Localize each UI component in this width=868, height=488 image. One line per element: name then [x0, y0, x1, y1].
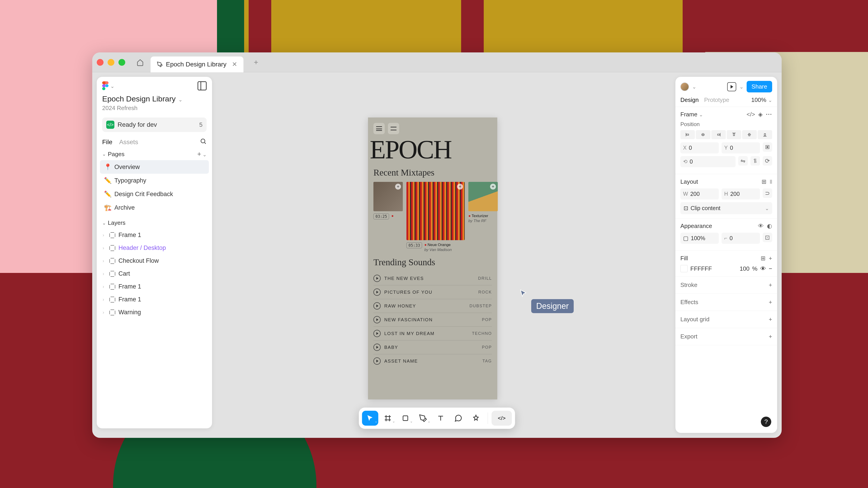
layer-item[interactable]: ›Frame 1 — [98, 280, 210, 293]
add-effect-button[interactable]: + — [769, 299, 772, 306]
align-left-button[interactable] — [680, 130, 695, 139]
tab-file[interactable]: File — [102, 138, 112, 146]
text-tool[interactable] — [433, 411, 449, 426]
move-tool[interactable]: ⌄ — [362, 411, 378, 426]
close-window-button[interactable] — [97, 59, 103, 66]
pen-icon — [157, 61, 163, 67]
add-fill-button[interactable]: + — [769, 255, 772, 262]
visibility-icon[interactable]: 👁 — [758, 223, 764, 230]
flip-v-button[interactable]: ⥮ — [750, 156, 760, 166]
layer-item[interactable]: ›Cart — [98, 267, 210, 280]
add-stroke-button[interactable]: + — [769, 282, 772, 289]
layer-item[interactable]: ›Header / Desktop — [98, 241, 210, 254]
minimize-window-button[interactable] — [107, 59, 114, 66]
frame-tool[interactable]: ⌄ — [380, 411, 396, 426]
clip-icon: ⊡ — [684, 205, 688, 212]
align-top-button[interactable] — [727, 130, 741, 139]
help-button[interactable]: ? — [761, 417, 771, 427]
rotation-input[interactable]: ⟲0 — [680, 156, 736, 167]
align-hcenter-button[interactable] — [696, 130, 710, 139]
add-grid-button[interactable]: + — [769, 316, 772, 323]
component-icon[interactable]: ◈ — [758, 111, 763, 118]
frame-type-dropdown[interactable]: Frame — [680, 111, 703, 118]
blend-icon[interactable]: ◐ — [767, 223, 772, 230]
corner-input[interactable]: ⌐0 — [721, 233, 760, 244]
layout-label: Layout — [680, 178, 698, 185]
abs-position-button[interactable] — [763, 142, 772, 152]
layer-item[interactable]: ›Warning — [98, 306, 210, 319]
add-export-button[interactable]: + — [769, 333, 772, 340]
fill-hex-input[interactable]: FFFFFF — [690, 265, 737, 272]
fill-styles-button[interactable]: ⊞ — [761, 255, 766, 262]
tab-current[interactable]: Epoch Design Library ✕ — [151, 57, 243, 72]
tab-design[interactable]: Design — [680, 96, 699, 103]
home-button[interactable] — [133, 56, 147, 69]
fill-swatch[interactable] — [680, 265, 688, 272]
flip-h-button[interactable]: ⇋ — [738, 156, 748, 166]
page-item[interactable]: 📍Overview — [100, 160, 209, 174]
user-avatar[interactable] — [680, 83, 689, 91]
sound-row: THE NEW EVESDRILL — [373, 271, 492, 285]
maximize-window-button[interactable] — [119, 59, 125, 66]
rotate-button[interactable]: ⟳ — [763, 156, 772, 166]
layer-item[interactable]: ›Frame 1 — [98, 293, 210, 306]
mixtape-art: + — [468, 182, 498, 211]
opacity-input[interactable]: ▢100% — [680, 233, 719, 244]
page-item[interactable]: ✏️Typography — [100, 174, 209, 187]
avatar-dropdown[interactable] — [692, 83, 696, 90]
align-bottom-button[interactable] — [758, 130, 772, 139]
code-icon[interactable]: </> — [747, 111, 755, 118]
toggle-sidebar-button[interactable] — [197, 81, 207, 90]
figma-menu-button[interactable] — [102, 81, 114, 90]
present-button[interactable] — [727, 82, 736, 91]
canvas-frame[interactable]: EPOCH Recent Mixtapes +03:25●+05:33●Neue… — [368, 118, 497, 399]
y-input[interactable]: Y0 — [721, 142, 760, 153]
play-icon — [373, 316, 381, 323]
window-controls — [97, 59, 125, 66]
devmode-toggle[interactable]: </> — [492, 411, 512, 426]
tab-close-button[interactable]: ✕ — [232, 61, 237, 68]
search-button[interactable] — [200, 138, 207, 146]
ready-for-dev-button[interactable]: </> Ready for dev 5 — [102, 118, 207, 132]
remove-fill-button[interactable]: − — [769, 265, 772, 272]
autolayout-h-button[interactable]: ⫴ — [770, 178, 772, 185]
zoom-dropdown[interactable]: 100% — [751, 96, 772, 103]
more-icon[interactable]: ··· — [766, 111, 772, 118]
pages-section-toggle[interactable]: ⌄Pages — [102, 151, 125, 158]
export-label: Export — [680, 333, 698, 340]
add-page-button[interactable]: + — [197, 150, 207, 158]
height-input[interactable]: H200 — [721, 188, 760, 199]
fill-visibility-button[interactable]: 👁 — [760, 265, 766, 272]
add-icon: + — [457, 184, 463, 190]
fill-pct-input[interactable]: 100 — [740, 265, 749, 272]
tab-prototype[interactable]: Prototype — [704, 96, 729, 103]
titlebar: Epoch Design Library ✕ + — [92, 53, 782, 72]
frame-icon — [110, 232, 115, 238]
layer-item[interactable]: ›Checkout Flow — [98, 254, 210, 267]
align-right-button[interactable] — [711, 130, 726, 139]
page-item[interactable]: 🏗️Archive — [100, 201, 209, 215]
tab-add-button[interactable]: + — [252, 58, 260, 67]
constrain-button[interactable]: ⊃ — [763, 188, 772, 198]
x-input[interactable]: X0 — [680, 142, 719, 153]
align-vcenter-button[interactable] — [742, 130, 756, 139]
comment-tool[interactable] — [450, 411, 467, 426]
pen-tool[interactable]: ⌄ — [415, 411, 431, 426]
file-title-dropdown[interactable]: Epoch Design Library — [102, 94, 207, 103]
right-panel: Share Design Prototype 100% Frame </> ◈ … — [675, 77, 777, 433]
shape-tool[interactable]: ⌄ — [397, 411, 414, 426]
share-button[interactable]: Share — [747, 81, 772, 92]
actions-tool[interactable] — [468, 411, 484, 426]
page-item[interactable]: ✏️Design Crit Feedback — [100, 187, 209, 201]
corner-detail-button[interactable]: ⊡ — [763, 233, 772, 242]
autolayout-v-button[interactable]: ⊞ — [762, 178, 767, 185]
search-icon — [200, 138, 207, 144]
width-input[interactable]: W200 — [680, 188, 719, 199]
present-dropdown[interactable] — [739, 83, 743, 90]
play-icon — [373, 289, 381, 296]
clip-content-dropdown[interactable]: ⊡ Clip content — [680, 202, 772, 214]
layers-section-toggle[interactable]: ⌄Layers — [102, 219, 125, 226]
trending-sounds-title: Trending Sounds — [373, 257, 492, 267]
layer-item[interactable]: ›Frame 1 — [98, 229, 210, 241]
tab-assets[interactable]: Assets — [119, 138, 138, 146]
